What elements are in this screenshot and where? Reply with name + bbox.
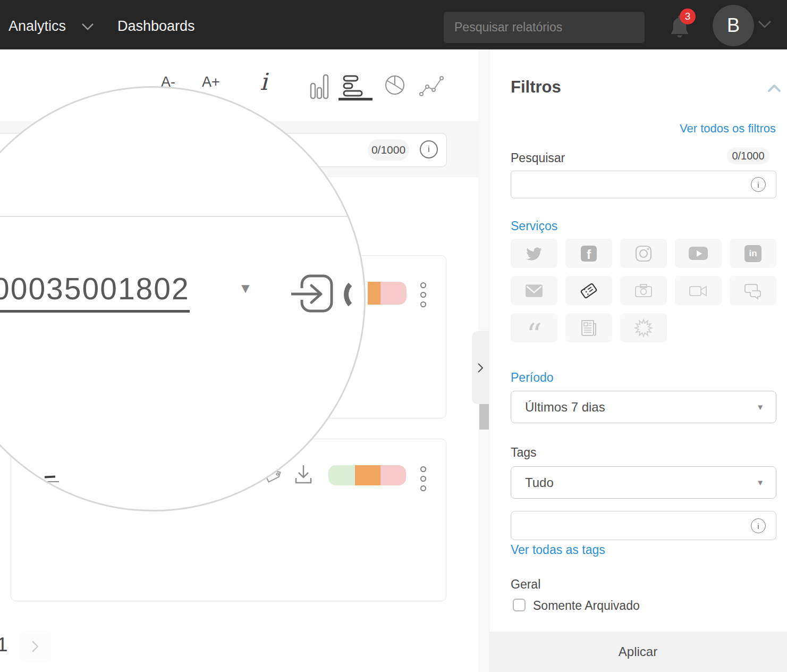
collapse-filters-chevron-up-icon[interactable] (767, 83, 781, 93)
scrollbar-thumb[interactable] (479, 404, 489, 430)
burst-icon[interactable] (620, 313, 667, 342)
notification-count-badge: 3 (680, 9, 696, 24)
chevron-right-icon (476, 362, 485, 374)
pie-chart-icon[interactable] (384, 74, 406, 96)
info-icon[interactable]: i (260, 68, 267, 95)
card-menu-kebab-icon[interactable] (420, 466, 426, 491)
title-dropdown-caret[interactable]: ▼ (239, 280, 252, 297)
facebook-icon[interactable]: f (565, 239, 612, 268)
info-circle-icon[interactable]: i (420, 140, 438, 158)
app-switcher[interactable]: Analytics (9, 18, 66, 35)
lens-detail-fragment (45, 475, 55, 478)
view-all-filters-link[interactable]: Ver todos os filtros (680, 122, 776, 136)
filter-search-label: Pesquisar (511, 151, 565, 165)
sidebar-collapse-tab[interactable] (472, 331, 489, 404)
view-all-tags-link[interactable]: Ver todas as tags (511, 543, 605, 557)
open-report-icon[interactable] (290, 273, 336, 315)
archived-only-label: Somente Arquivado (533, 599, 640, 613)
status-bar-orange (355, 465, 380, 485)
page: Analytics Dashboards 3 B A- A+ i (0, 0, 787, 672)
top-header-bar: Analytics Dashboards 3 B (0, 0, 787, 49)
quote-icon[interactable]: “ (511, 313, 557, 342)
page-number: 1 (0, 634, 8, 656)
period-label: Período (511, 371, 554, 385)
avatar[interactable]: B (713, 5, 754, 46)
character-counter: 0/1000 (368, 139, 409, 161)
ticket-icon[interactable] (565, 276, 612, 305)
font-increase-button[interactable]: A+ (202, 74, 220, 90)
linkedin-icon[interactable]: in (730, 239, 776, 268)
email-icon[interactable] (511, 276, 557, 305)
news-icon[interactable] (565, 313, 612, 342)
dropdown-caret-icon: ▼ (756, 478, 764, 487)
video-camera-icon[interactable] (675, 276, 722, 305)
period-select[interactable]: Últimos 7 dias ▼ (511, 391, 776, 423)
next-page-button[interactable] (19, 631, 51, 662)
status-bar-orange (368, 282, 380, 305)
line-chart-icon[interactable] (419, 73, 444, 97)
header-search-input[interactable] (444, 12, 645, 43)
card-menu-kebab-icon[interactable] (420, 282, 426, 307)
nav-dashboards[interactable]: Dashboards (117, 18, 195, 35)
active-tab-underline (339, 98, 373, 100)
info-circle-icon[interactable]: i (751, 177, 766, 192)
archived-only-checkbox[interactable] (513, 599, 526, 611)
period-value: Últimos 7 dias (525, 400, 605, 415)
tags-select[interactable]: Tudo ▼ (511, 466, 776, 499)
apply-button-label: Aplicar (619, 644, 657, 659)
service-tiles: f in (511, 239, 776, 342)
column-chart-icon[interactable] (310, 74, 329, 99)
twitter-icon[interactable] (511, 239, 557, 268)
tags-value: Tudo (525, 475, 554, 490)
services-label: Serviços (511, 219, 557, 233)
youtube-icon[interactable] (675, 239, 722, 268)
download-icon[interactable] (293, 463, 314, 488)
info-circle-icon[interactable]: i (751, 518, 766, 533)
filters-title: Filtros (511, 78, 561, 97)
lens-card-border (0, 216, 366, 217)
filter-search-input[interactable] (511, 171, 776, 198)
lens-detail-fragment (43, 481, 59, 482)
apply-button[interactable]: Aplicar (489, 632, 787, 672)
bar-chart-icon[interactable] (343, 75, 367, 97)
filters-sidebar: Filtros Ver todos os filtros Pesquisar 0… (489, 49, 787, 672)
chat-icon[interactable] (730, 276, 776, 305)
instagram-icon[interactable] (620, 239, 667, 268)
avatar-initial: B (727, 14, 740, 37)
dashboard-title-link[interactable]: 00035001802 (0, 271, 190, 313)
tags-label: Tags (511, 446, 537, 460)
filter-search-counter: 0/1000 (727, 147, 769, 164)
header-search (444, 12, 645, 43)
status-bar-pink (380, 465, 406, 485)
chevron-right-icon (29, 639, 41, 654)
status-bar-green (328, 465, 355, 485)
camera-icon[interactable] (620, 276, 667, 305)
dropdown-caret-icon: ▼ (756, 402, 764, 411)
tags-search-input[interactable] (511, 511, 776, 540)
account-chevron-down-icon[interactable] (757, 19, 773, 30)
chevron-down-icon[interactable] (81, 22, 95, 31)
general-label: Geral (511, 577, 540, 592)
status-bar-pink (380, 282, 407, 305)
lens-icon-fragment (344, 278, 366, 311)
